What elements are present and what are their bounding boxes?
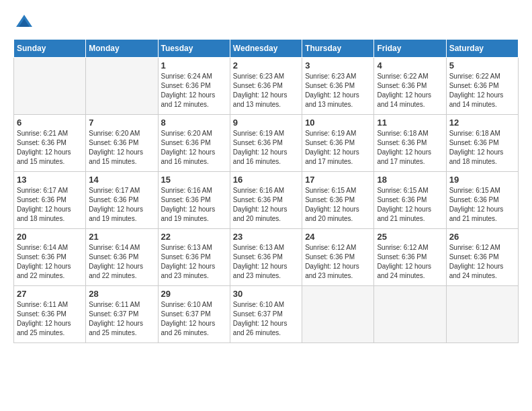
calendar-week-2: 6Sunrise: 6:21 AMSunset: 6:36 PMDaylight… [14,115,519,172]
page-header [13,13,519,32]
day-info: Sunrise: 6:15 AMSunset: 6:36 PMDaylight:… [305,186,371,224]
calendar-cell [302,286,374,343]
day-number: 27 [17,289,83,299]
day-info: Sunrise: 6:11 AMSunset: 6:37 PMDaylight:… [89,300,154,338]
calendar-cell: 6Sunrise: 6:21 AMSunset: 6:36 PMDaylight… [14,115,86,172]
day-header-wednesday: Wednesday [230,40,302,58]
day-number: 7 [89,118,154,128]
calendar-cell: 9Sunrise: 6:19 AMSunset: 6:36 PMDaylight… [230,115,302,172]
day-number: 24 [305,232,371,242]
day-number: 23 [233,232,299,242]
day-number: 11 [377,118,443,128]
day-number: 18 [377,175,443,185]
day-number: 30 [233,289,299,299]
day-header-thursday: Thursday [302,40,374,58]
day-number: 12 [449,118,515,128]
calendar-cell: 4Sunrise: 6:22 AMSunset: 6:36 PMDaylight… [374,58,446,115]
calendar-cell: 5Sunrise: 6:22 AMSunset: 6:36 PMDaylight… [446,58,518,115]
day-number: 21 [89,232,154,242]
day-info: Sunrise: 6:13 AMSunset: 6:36 PMDaylight:… [161,243,227,281]
day-number: 15 [161,175,227,185]
calendar-body: 1Sunrise: 6:24 AMSunset: 6:36 PMDaylight… [14,58,519,343]
day-info: Sunrise: 6:19 AMSunset: 6:36 PMDaylight:… [233,129,299,167]
day-number: 17 [305,175,371,185]
logo [13,13,34,32]
day-info: Sunrise: 6:21 AMSunset: 6:36 PMDaylight:… [17,129,83,167]
calendar-cell [86,58,158,115]
day-number: 4 [377,60,443,71]
calendar-cell: 21Sunrise: 6:14 AMSunset: 6:36 PMDayligh… [86,229,158,286]
day-info: Sunrise: 6:15 AMSunset: 6:36 PMDaylight:… [449,186,515,224]
day-info: Sunrise: 6:14 AMSunset: 6:36 PMDaylight:… [89,243,154,281]
day-number: 14 [89,175,154,185]
day-header-monday: Monday [86,40,158,58]
calendar-cell: 27Sunrise: 6:11 AMSunset: 6:36 PMDayligh… [14,286,86,343]
day-info: Sunrise: 6:18 AMSunset: 6:36 PMDaylight:… [449,129,515,167]
calendar-cell [446,286,518,343]
calendar-cell: 23Sunrise: 6:13 AMSunset: 6:36 PMDayligh… [230,229,302,286]
day-number: 8 [161,118,227,128]
calendar-cell: 3Sunrise: 6:23 AMSunset: 6:36 PMDaylight… [302,58,374,115]
day-number: 3 [305,60,371,71]
day-header-sunday: Sunday [14,40,86,58]
day-info: Sunrise: 6:12 AMSunset: 6:36 PMDaylight:… [377,243,443,281]
day-number: 9 [233,118,299,128]
day-info: Sunrise: 6:24 AMSunset: 6:36 PMDaylight:… [161,72,227,109]
calendar-cell: 8Sunrise: 6:20 AMSunset: 6:36 PMDaylight… [158,115,230,172]
calendar-table: SundayMondayTuesdayWednesdayThursdayFrid… [13,39,519,343]
day-info: Sunrise: 6:22 AMSunset: 6:36 PMDaylight:… [449,72,515,109]
calendar-cell: 28Sunrise: 6:11 AMSunset: 6:37 PMDayligh… [86,286,158,343]
day-info: Sunrise: 6:23 AMSunset: 6:36 PMDaylight:… [233,72,299,109]
day-number: 6 [17,118,83,128]
calendar-cell: 26Sunrise: 6:12 AMSunset: 6:36 PMDayligh… [446,229,518,286]
day-info: Sunrise: 6:20 AMSunset: 6:36 PMDaylight:… [89,129,154,167]
day-number: 22 [161,232,227,242]
day-info: Sunrise: 6:16 AMSunset: 6:36 PMDaylight:… [161,186,227,224]
day-header-saturday: Saturday [446,40,518,58]
calendar-cell: 17Sunrise: 6:15 AMSunset: 6:36 PMDayligh… [302,172,374,229]
calendar-cell [374,286,446,343]
day-number: 25 [377,232,443,242]
calendar-cell: 12Sunrise: 6:18 AMSunset: 6:36 PMDayligh… [446,115,518,172]
day-info: Sunrise: 6:22 AMSunset: 6:36 PMDaylight:… [377,72,443,109]
calendar-cell: 22Sunrise: 6:13 AMSunset: 6:36 PMDayligh… [158,229,230,286]
calendar-week-3: 13Sunrise: 6:17 AMSunset: 6:36 PMDayligh… [14,172,519,229]
calendar-cell: 2Sunrise: 6:23 AMSunset: 6:36 PMDaylight… [230,58,302,115]
day-number: 2 [233,60,299,71]
day-header-friday: Friday [374,40,446,58]
day-info: Sunrise: 6:17 AMSunset: 6:36 PMDaylight:… [17,186,83,224]
day-number: 26 [449,232,515,242]
calendar-week-1: 1Sunrise: 6:24 AMSunset: 6:36 PMDaylight… [14,58,519,115]
day-number: 10 [305,118,371,128]
day-info: Sunrise: 6:17 AMSunset: 6:36 PMDaylight:… [89,186,154,224]
day-info: Sunrise: 6:14 AMSunset: 6:36 PMDaylight:… [17,243,83,281]
calendar-cell: 1Sunrise: 6:24 AMSunset: 6:36 PMDaylight… [158,58,230,115]
day-info: Sunrise: 6:11 AMSunset: 6:36 PMDaylight:… [17,300,83,338]
calendar-cell: 16Sunrise: 6:16 AMSunset: 6:36 PMDayligh… [230,172,302,229]
calendar-cell: 11Sunrise: 6:18 AMSunset: 6:36 PMDayligh… [374,115,446,172]
day-number: 20 [17,232,83,242]
calendar-cell: 10Sunrise: 6:19 AMSunset: 6:36 PMDayligh… [302,115,374,172]
day-header-tuesday: Tuesday [158,40,230,58]
calendar-header: SundayMondayTuesdayWednesdayThursdayFrid… [14,40,519,58]
day-info: Sunrise: 6:10 AMSunset: 6:37 PMDaylight:… [161,300,227,338]
day-info: Sunrise: 6:19 AMSunset: 6:36 PMDaylight:… [305,129,371,167]
day-number: 28 [89,289,154,299]
calendar-cell [14,58,86,115]
day-number: 1 [161,60,227,71]
day-number: 13 [17,175,83,185]
day-number: 29 [161,289,227,299]
day-info: Sunrise: 6:13 AMSunset: 6:36 PMDaylight:… [233,243,299,281]
day-number: 5 [449,60,515,71]
day-info: Sunrise: 6:12 AMSunset: 6:36 PMDaylight:… [449,243,515,281]
calendar-cell: 7Sunrise: 6:20 AMSunset: 6:36 PMDaylight… [86,115,158,172]
calendar-cell: 29Sunrise: 6:10 AMSunset: 6:37 PMDayligh… [158,286,230,343]
logo-icon [15,13,34,32]
calendar-week-4: 20Sunrise: 6:14 AMSunset: 6:36 PMDayligh… [14,229,519,286]
day-info: Sunrise: 6:12 AMSunset: 6:36 PMDaylight:… [305,243,371,281]
header-row: SundayMondayTuesdayWednesdayThursdayFrid… [14,40,519,58]
day-info: Sunrise: 6:23 AMSunset: 6:36 PMDaylight:… [305,72,371,109]
calendar-cell: 24Sunrise: 6:12 AMSunset: 6:36 PMDayligh… [302,229,374,286]
day-info: Sunrise: 6:18 AMSunset: 6:36 PMDaylight:… [377,129,443,167]
calendar-cell: 25Sunrise: 6:12 AMSunset: 6:36 PMDayligh… [374,229,446,286]
